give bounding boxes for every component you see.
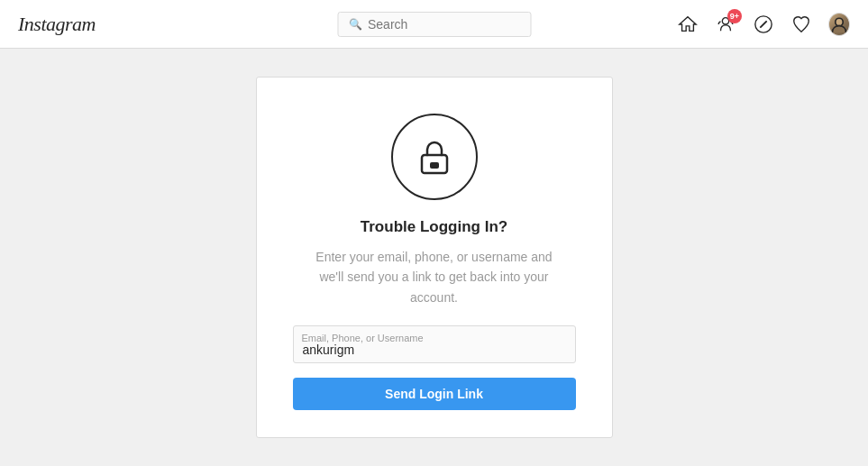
search-input[interactable] [368, 17, 519, 32]
profile-icon[interactable] [828, 14, 850, 35]
svg-point-3 [836, 18, 843, 25]
email-input-group: Email, Phone, or Username [293, 325, 576, 363]
header-nav: 9+ [677, 14, 850, 35]
explore-icon[interactable] [753, 14, 774, 35]
notification-badge: 9+ [727, 9, 742, 23]
lock-icon-container [391, 114, 478, 200]
header: Instagram 🔍 9+ [0, 0, 868, 49]
svg-marker-2 [760, 21, 766, 27]
notifications-icon[interactable]: 9+ [715, 14, 736, 35]
likes-icon[interactable] [790, 14, 812, 35]
search-container: 🔍 [337, 12, 531, 37]
lock-icon [413, 135, 456, 178]
search-box[interactable]: 🔍 [337, 12, 531, 37]
card-title: Trouble Logging In? [361, 218, 507, 236]
avatar [828, 13, 850, 36]
card-description: Enter your email, phone, or username and… [308, 247, 561, 307]
send-login-link-button[interactable]: Send Login Link [293, 378, 576, 410]
trouble-login-card: Trouble Logging In? Enter your email, ph… [256, 77, 613, 438]
search-icon: 🔍 [349, 18, 362, 31]
home-icon[interactable] [677, 14, 699, 35]
svg-rect-5 [430, 162, 439, 169]
logo: Instagram [18, 13, 96, 36]
main-content: Trouble Logging In? Enter your email, ph… [0, 49, 868, 466]
email-phone-username-input[interactable] [293, 325, 576, 363]
